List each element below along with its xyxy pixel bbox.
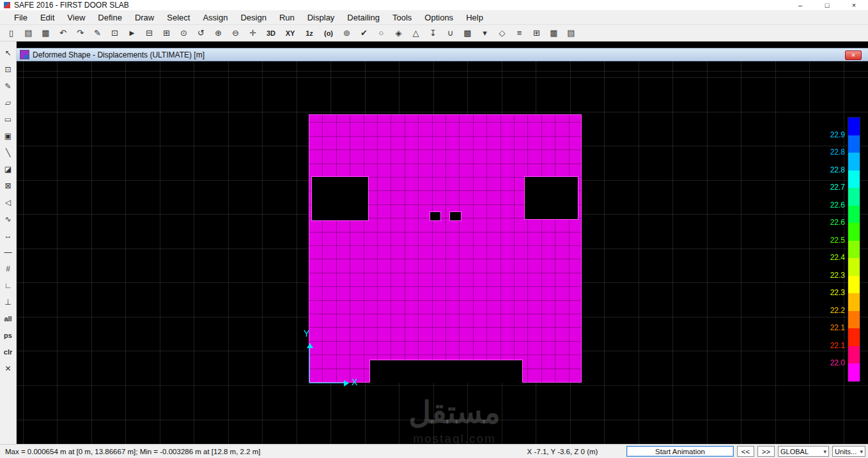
chevron-down-icon: ▾: [860, 448, 863, 455]
sidetool-draw-line-icon[interactable]: ╲: [1, 145, 15, 160]
toolbar-view-plan[interactable]: XY: [281, 26, 300, 40]
toolbar-restore-full-view-icon[interactable]: ⊙: [175, 26, 192, 40]
coordinate-system-dropdown[interactable]: GLOBAL ▾: [778, 446, 829, 457]
menu-tools[interactable]: Tools: [386, 11, 418, 24]
toolbar-insert-support-icon[interactable]: ↧: [424, 26, 442, 40]
toolbar-run-analysis-icon[interactable]: ►: [123, 26, 141, 40]
toolbar-undo-icon[interactable]: ↶: [54, 26, 72, 40]
sidetool-draw-pen-icon[interactable]: ✎: [1, 79, 15, 93]
menu-display[interactable]: Display: [301, 11, 341, 24]
menu-select[interactable]: Select: [160, 11, 196, 24]
toolbar-report-tables-icon[interactable]: ▤: [562, 26, 580, 40]
toolbar-zoom-in-icon[interactable]: ⊕: [210, 26, 227, 40]
sidetool-previous-selection[interactable]: ps: [1, 328, 15, 342]
toolbar-previous-zoom-icon[interactable]: ↺: [192, 26, 210, 40]
toolbar-crack-widths-icon[interactable]: ≡: [511, 26, 528, 40]
sidetool-draw-rect-slab-icon[interactable]: ▭: [1, 112, 15, 126]
start-animation-button[interactable]: Start Animation: [626, 446, 734, 457]
toolbar-save-icon[interactable]: ▦: [37, 26, 54, 40]
toolbar-detailing-tool-icon[interactable]: ◇: [493, 26, 511, 40]
sidetool-select-poly-icon[interactable]: ⊡: [1, 62, 15, 77]
menu-help[interactable]: Help: [460, 11, 490, 24]
document-close-button[interactable]: ×: [845, 50, 862, 60]
toolbar-show-grid-icon[interactable]: ⊞: [528, 26, 545, 40]
sidetool-select-all[interactable]: all: [1, 311, 15, 326]
document-window-title: Deformed Shape - Displacements (ULTIMATE…: [33, 50, 205, 59]
toolbar-assign-load-icon[interactable]: ◈: [390, 26, 407, 40]
toolbar-redo-icon[interactable]: ↷: [72, 26, 89, 40]
sidetool-select-pointer-icon[interactable]: ↖: [1, 45, 15, 60]
sidetool-draw-wall-icon[interactable]: ◪: [1, 162, 15, 176]
menu-file[interactable]: File: [8, 11, 34, 24]
sidetool-draw-dimension-icon[interactable]: ↔: [1, 228, 15, 243]
sidetool-draw-tendon-icon[interactable]: ∿: [1, 211, 15, 226]
toolbar-new-model-icon[interactable]: ▯: [3, 26, 20, 40]
legend-label: 22.1: [830, 323, 845, 332]
toolbar-view-elevation[interactable]: 1z: [300, 26, 319, 40]
sidetool-draw-column-icon[interactable]: ◁: [1, 195, 15, 210]
menu-view[interactable]: View: [61, 11, 91, 24]
toolbar-draw-area-icon[interactable]: △: [407, 26, 424, 40]
toolbar-rotate-3d-view[interactable]: (o): [319, 26, 338, 40]
toolbar-model-explorer-icon[interactable]: ⊟: [141, 26, 158, 40]
chevron-down-icon: ▾: [823, 448, 826, 455]
toolbar-show-tables-icon[interactable]: ▦: [545, 26, 562, 40]
menu-assign[interactable]: Assign: [196, 11, 234, 24]
sidetool-draw-slab-icon[interactable]: ▱: [1, 95, 15, 110]
minimize-button[interactable]: –: [795, 1, 805, 10]
toolbar-view-3d[interactable]: 3D: [261, 26, 281, 40]
toolbar-capture-image-icon[interactable]: ▩: [459, 26, 476, 40]
legend-segment-2: [848, 153, 860, 171]
sidetool-draw-opening-icon[interactable]: ⊠: [1, 178, 15, 193]
toolbar-open-file-icon[interactable]: ▤: [20, 26, 37, 40]
sidetool-draw-design-strip-icon[interactable]: —: [1, 245, 15, 259]
model-viewport[interactable]: Y X مستقل mostaql.com 22.922.822.822.722…: [17, 61, 868, 444]
menu-draw[interactable]: Draw: [128, 11, 160, 24]
document-window-titlebar: Deformed Shape - Displacements (ULTIMATE…: [17, 48, 868, 61]
toolbar-set-display-options-icon[interactable]: ✔: [355, 26, 373, 40]
toolbar-lock-model-icon[interactable]: ⊡: [106, 26, 123, 40]
legend-segment-4: [848, 188, 860, 206]
watermark-title: مستقل: [365, 393, 544, 432]
units-dropdown[interactable]: Units... ▾: [832, 446, 865, 457]
legend-label: 22.9: [830, 130, 845, 139]
legend-label: 22.8: [830, 148, 845, 156]
toolbar-edit-pen-icon[interactable]: ✎: [89, 26, 106, 40]
toolbar-zoom-out-icon[interactable]: ⊖: [227, 26, 244, 40]
close-button[interactable]: ×: [849, 1, 859, 10]
legend-segment-12: [848, 328, 860, 346]
legend-segment-3: [848, 171, 860, 188]
app-title: SAFE 2016 - FIRST DOOR SLAB: [14, 1, 795, 10]
menu-design[interactable]: Design: [234, 11, 272, 24]
menu-edit[interactable]: Edit: [34, 11, 61, 24]
previous-step-button[interactable]: <<: [737, 446, 754, 457]
watermark: مستقل mostaql.com: [365, 393, 544, 444]
next-step-button[interactable]: >>: [757, 446, 775, 457]
main-toolbar: ▯▤▦↶↷✎⊡►⊟⊞⊙↺⊕⊖✛3DXY1z(o)⊚✔○◈△↧∪▩▾◇≡⊞▦▤: [0, 25, 868, 42]
toolbar-rubber-band-zoom-icon[interactable]: ⊞: [158, 26, 175, 40]
sidetool-snap-points-icon[interactable]: ⊥: [1, 294, 15, 309]
sidetool-quick-draw-slab-icon[interactable]: ▣: [1, 128, 15, 143]
legend-segment-5: [848, 206, 860, 224]
toolbar-draw-circle-icon[interactable]: ○: [373, 26, 390, 40]
toolbar-display-menu-icon[interactable]: ▾: [476, 26, 493, 40]
legend-segment-9: [848, 276, 860, 294]
toolbar-pan-icon[interactable]: ✛: [244, 26, 261, 40]
x-axis-line: [309, 383, 345, 383]
x-axis-label: X: [352, 377, 357, 387]
slab-bottom-notch: [369, 360, 523, 383]
menu-options[interactable]: Options: [418, 11, 460, 24]
toolbar-object-visibility-icon[interactable]: ⊚: [338, 26, 355, 40]
slab-opening-right: [524, 176, 578, 220]
sidetool-measure-icon[interactable]: ∟: [1, 278, 15, 293]
menu-detailing[interactable]: Detailing: [341, 11, 386, 24]
toolbar-strip-display-icon[interactable]: ∪: [442, 26, 459, 40]
menu-run[interactable]: Run: [273, 11, 301, 24]
menu-define[interactable]: Define: [91, 11, 128, 24]
maximize-button[interactable]: □: [822, 1, 832, 10]
legend-label: 22.6: [830, 218, 845, 227]
sidetool-snap-intersections-icon[interactable]: ✕: [1, 361, 15, 376]
legend-segment-13: [848, 346, 860, 364]
sidetool-edit-grid-icon[interactable]: #: [1, 261, 15, 276]
sidetool-clear-selection[interactable]: clr: [1, 344, 15, 359]
